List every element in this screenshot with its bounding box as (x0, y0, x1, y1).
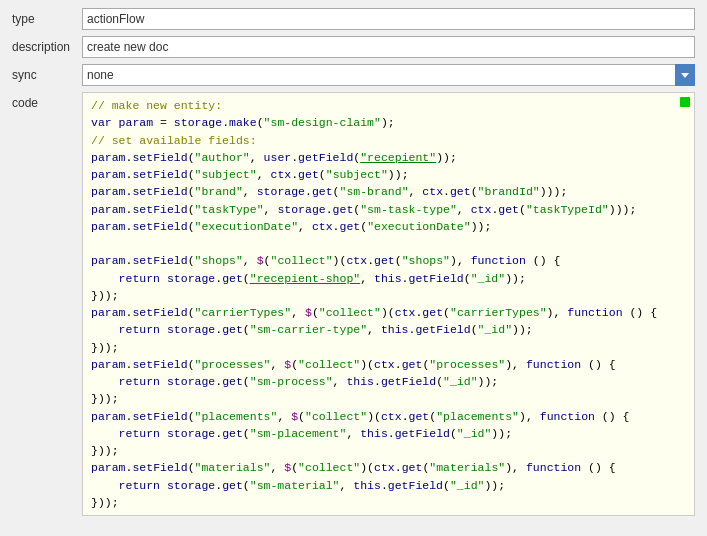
type-label: type (12, 12, 82, 26)
sync-select[interactable]: none before after (82, 64, 695, 86)
code-line-15: })); (91, 339, 686, 356)
code-line-13: param.setField("carrierTypes", $("collec… (91, 304, 686, 321)
code-line-3: // set available fields: (91, 132, 686, 149)
sync-label: sync (12, 68, 82, 82)
code-editor[interactable]: // make new entity: var param = storage.… (82, 92, 695, 516)
code-line-22: param.setField("materials", $("collect")… (91, 459, 686, 476)
code-label: code (12, 92, 82, 110)
type-input[interactable] (82, 8, 695, 30)
status-indicator (680, 97, 690, 107)
description-label: description (12, 40, 82, 54)
code-line-8: param.setField("executionDate", ctx.get(… (91, 218, 686, 235)
code-line-5: param.setField("subject", ctx.get("subje… (91, 166, 686, 183)
sync-row: sync none before after (12, 64, 695, 86)
code-line-16: param.setField("processes", $("collect")… (91, 356, 686, 373)
code-line-9 (91, 235, 686, 252)
code-line-20: return storage.get("sm-placement", this.… (91, 425, 686, 442)
code-line-7: param.setField("taskType", storage.get("… (91, 201, 686, 218)
code-line-6: param.setField("brand", storage.get("sm-… (91, 183, 686, 200)
code-line-18: })); (91, 390, 686, 407)
code-section: code // make new entity: var param = sto… (12, 92, 695, 516)
description-input[interactable] (82, 36, 695, 58)
code-line-12: })); (91, 287, 686, 304)
type-row: type (12, 8, 695, 30)
code-line-1: // make new entity: (91, 97, 686, 114)
code-line-2: var param = storage.make("sm-design-clai… (91, 114, 686, 131)
code-line-23: return storage.get("sm-material", this.g… (91, 477, 686, 494)
code-line-17: return storage.get("sm-process", this.ge… (91, 373, 686, 390)
code-line-19: param.setField("placements", $("collect"… (91, 408, 686, 425)
description-row: description (12, 36, 695, 58)
code-line-4: param.setField("author", user.getField("… (91, 149, 686, 166)
code-line-14: return storage.get("sm-carrier-type", th… (91, 321, 686, 338)
code-line-11: return storage.get("recepient-shop", thi… (91, 270, 686, 287)
code-line-24: })); (91, 494, 686, 511)
code-line-21: })); (91, 442, 686, 459)
code-line-10: param.setField("shops", $("collect")(ctx… (91, 252, 686, 269)
form-container: type description sync none before after … (0, 0, 707, 524)
sync-select-wrapper: none before after (82, 64, 695, 86)
